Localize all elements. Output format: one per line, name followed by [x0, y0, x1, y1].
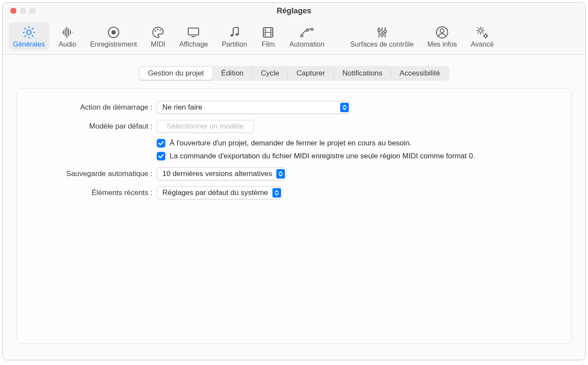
toolbar-tab-label: Enregistrement [90, 41, 137, 48]
toolbar-tab-label: Film [262, 41, 275, 48]
toolbar-tab-mesinfos[interactable]: Mes infos [423, 22, 461, 50]
checkbox-checked-icon [157, 152, 165, 160]
toolbar-tab-label: Audio [59, 41, 76, 48]
film-icon [261, 25, 275, 40]
svg-point-33 [378, 29, 380, 31]
window-title: Réglages [3, 6, 585, 16]
svg-point-34 [381, 33, 383, 36]
chevron-up-down-icon [276, 169, 285, 179]
toolbar-tab-label: Affichage [179, 41, 208, 48]
midi-export-format0-label: La commande d'exportation du fichier MID… [170, 152, 475, 160]
toolbar-tab-avance[interactable]: Avancé [467, 22, 498, 50]
svg-point-10 [155, 30, 156, 32]
gears-icon [475, 25, 490, 40]
svg-point-35 [384, 30, 386, 33]
sub-tab-cycle[interactable]: Cycle [252, 67, 288, 80]
notes-icon [227, 25, 242, 40]
curve-icon [300, 25, 314, 40]
svg-point-38 [479, 29, 482, 32]
sub-tabs: Gestion du projetÉditionCycleCapturerNot… [139, 66, 449, 81]
toolbar-tab-enreg[interactable]: Enregistrement [86, 22, 142, 50]
toolbar-tab-generales[interactable]: Générales [9, 22, 49, 50]
chevron-up-down-icon [272, 188, 281, 198]
toolbar-tab-film[interactable]: Film [256, 22, 280, 50]
svg-point-11 [157, 28, 158, 30]
sub-tab-gestion-du-projet[interactable]: Gestion du projet [139, 67, 212, 80]
toolbar-tab-label: Avancé [471, 41, 494, 48]
palette-icon [151, 25, 165, 40]
recent-items-popup[interactable]: Réglages par défaut du système [157, 186, 282, 199]
autosave-label: Sauvegarde automatique : [27, 170, 152, 178]
sub-tab--dition[interactable]: Édition [212, 67, 252, 80]
sub-tab-notifications[interactable]: Notifications [334, 67, 391, 80]
toolbar-tab-label: MIDI [151, 41, 165, 48]
toolbar-tab-surfaces[interactable]: Surfaces de contrôle [346, 22, 418, 50]
person-icon [435, 25, 449, 40]
default-model-label: Modèle par défaut : [27, 122, 152, 131]
svg-point-39 [484, 35, 487, 37]
svg-point-37 [440, 29, 444, 33]
startup-action-value: Ne rien faire [162, 103, 336, 112]
toolbar-tab-audio[interactable]: Audio [54, 22, 81, 50]
toolbar-tab-label: Surfaces de contrôle [350, 41, 414, 48]
startup-action-label: Action de démarrage : [27, 103, 152, 112]
midi-export-format0-checkbox-row[interactable]: La commande d'exportation du fichier MID… [157, 152, 561, 160]
toolbar-tab-label: Automation [289, 41, 324, 48]
recent-items-label: Éléments récents : [27, 189, 152, 197]
svg-point-28 [306, 29, 308, 31]
display-icon [186, 25, 201, 40]
svg-rect-13 [188, 28, 199, 35]
toolbar-tab-label: Générales [13, 41, 45, 48]
svg-point-0 [27, 30, 31, 35]
toolbar-tab-label: Mes infos [427, 41, 457, 48]
settings-window: Réglages Générales Audio Enregistrement … [2, 2, 586, 360]
svg-point-9 [111, 30, 116, 35]
startup-action-popup[interactable]: Ne rien faire [157, 101, 350, 114]
svg-point-12 [159, 29, 161, 31]
checkbox-checked-icon [157, 139, 165, 148]
gear-icon [22, 25, 36, 40]
toolbar-tab-label: Partition [222, 41, 247, 48]
project-management-panel: Action de démarrage : Ne rien faire Modè… [16, 88, 572, 344]
toolbar-tab-partition[interactable]: Partition [218, 22, 252, 50]
sub-tab-accessibilit-[interactable]: Accessibilité [391, 67, 449, 80]
recent-items-value: Réglages par défaut du système [162, 189, 268, 197]
preferences-toolbar: Générales Audio Enregistrement MIDI Affi… [3, 19, 585, 55]
svg-point-29 [311, 28, 313, 31]
toolbar-tab-midi[interactable]: MIDI [146, 22, 170, 50]
sliders-icon [375, 25, 389, 40]
chevron-up-down-icon [340, 103, 349, 112]
sub-tab-capturer[interactable]: Capturer [288, 67, 334, 80]
autosave-popup[interactable]: 10 dernières versions alternatives [157, 167, 286, 180]
ask-close-project-checkbox-row[interactable]: À l'ouverture d'un projet, demander de f… [157, 139, 561, 148]
toolbar-tab-automation[interactable]: Automation [285, 22, 329, 50]
autosave-value: 10 dernières versions alternatives [162, 170, 272, 178]
content-area: Gestion du projetÉditionCycleCapturerNot… [3, 55, 585, 360]
toolbar-tab-affichage[interactable]: Affichage [175, 22, 212, 50]
record-icon [106, 25, 121, 40]
select-model-button-label: Sélectionner un modèle [167, 122, 244, 131]
wave-icon [60, 25, 75, 40]
titlebar: Réglages [3, 3, 585, 19]
ask-close-project-label: À l'ouverture d'un projet, demander de f… [170, 139, 411, 148]
svg-point-27 [300, 35, 303, 37]
select-model-button[interactable]: Sélectionner un modèle [157, 120, 254, 133]
